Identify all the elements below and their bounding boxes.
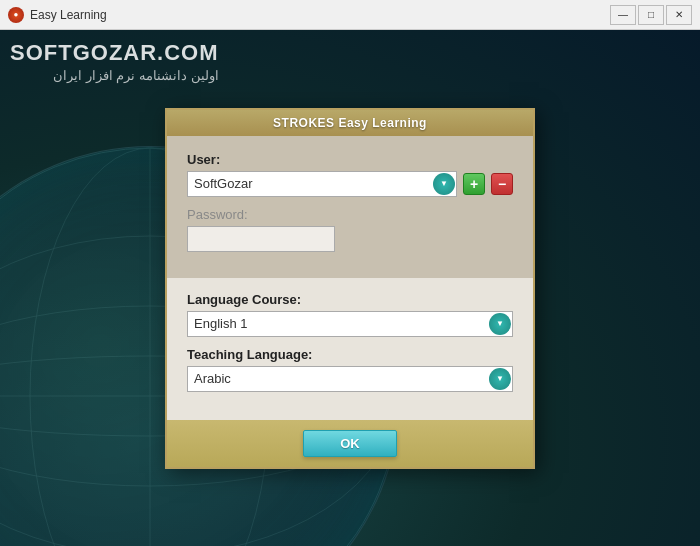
language-course-input-wrapper bbox=[187, 311, 513, 337]
dialog-footer: OK bbox=[167, 420, 533, 467]
user-dropdown-icon[interactable] bbox=[433, 173, 455, 195]
minimize-button[interactable]: — bbox=[610, 5, 636, 25]
title-bar-text: Easy Learning bbox=[30, 8, 610, 22]
password-input[interactable] bbox=[187, 226, 335, 252]
language-course-label: Language Course: bbox=[187, 292, 513, 307]
language-section: Language Course: Teaching Language: bbox=[167, 278, 533, 420]
dialog-overlay: STROKES Easy Learning User: + − bbox=[0, 30, 700, 546]
ok-button[interactable]: OK bbox=[303, 430, 397, 457]
window-controls: — □ ✕ bbox=[610, 5, 692, 25]
language-course-input[interactable] bbox=[187, 311, 513, 337]
dialog: STROKES Easy Learning User: + − bbox=[165, 108, 535, 469]
password-label: Password: bbox=[187, 207, 513, 222]
teaching-language-group: Teaching Language: bbox=[187, 347, 513, 392]
title-bar: ● Easy Learning — □ ✕ bbox=[0, 0, 700, 30]
remove-user-button[interactable]: − bbox=[491, 173, 513, 195]
user-label: User: bbox=[187, 152, 513, 167]
user-input[interactable] bbox=[187, 171, 457, 197]
background: SOFTGOZAR.COM اولین دانشنامه نرم افزار ا… bbox=[0, 30, 700, 546]
maximize-button[interactable]: □ bbox=[638, 5, 664, 25]
teaching-language-input-wrapper bbox=[187, 366, 513, 392]
user-input-wrapper bbox=[187, 171, 457, 197]
app-icon: ● bbox=[8, 7, 24, 23]
language-course-group: Language Course: bbox=[187, 292, 513, 337]
dialog-body: User: + − Password: bbox=[167, 136, 533, 420]
add-user-button[interactable]: + bbox=[463, 173, 485, 195]
teaching-language-label: Teaching Language: bbox=[187, 347, 513, 362]
teaching-language-input[interactable] bbox=[187, 366, 513, 392]
password-group: Password: bbox=[187, 207, 513, 252]
language-course-dropdown-icon[interactable] bbox=[489, 313, 511, 335]
user-group: User: + − bbox=[187, 152, 513, 197]
section-divider bbox=[187, 260, 513, 278]
dialog-titlebar: STROKES Easy Learning bbox=[167, 110, 533, 136]
teaching-language-dropdown-icon[interactable] bbox=[489, 368, 511, 390]
close-button[interactable]: ✕ bbox=[666, 5, 692, 25]
user-row: + − bbox=[187, 171, 513, 197]
